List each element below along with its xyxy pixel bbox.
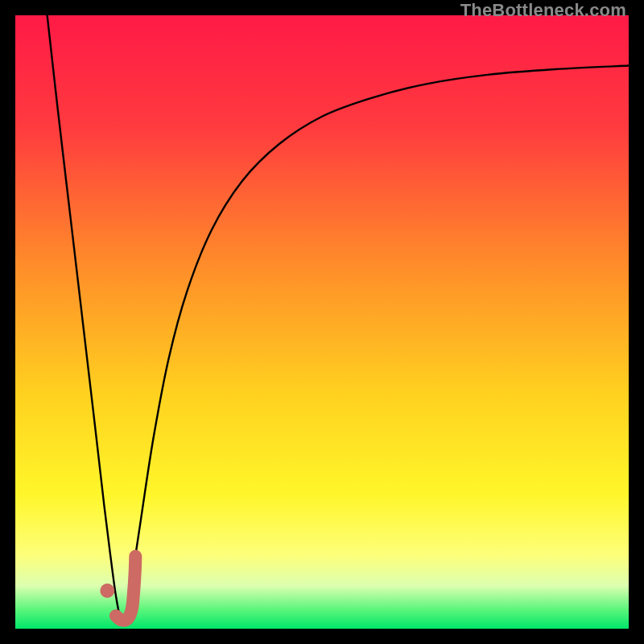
watermark-label: TheBottleneck.com [460,0,626,21]
plot-area [15,15,629,629]
marker-j-dot [100,584,114,598]
chart-svg [15,15,629,629]
chart-frame: TheBottleneck.com [0,0,644,644]
